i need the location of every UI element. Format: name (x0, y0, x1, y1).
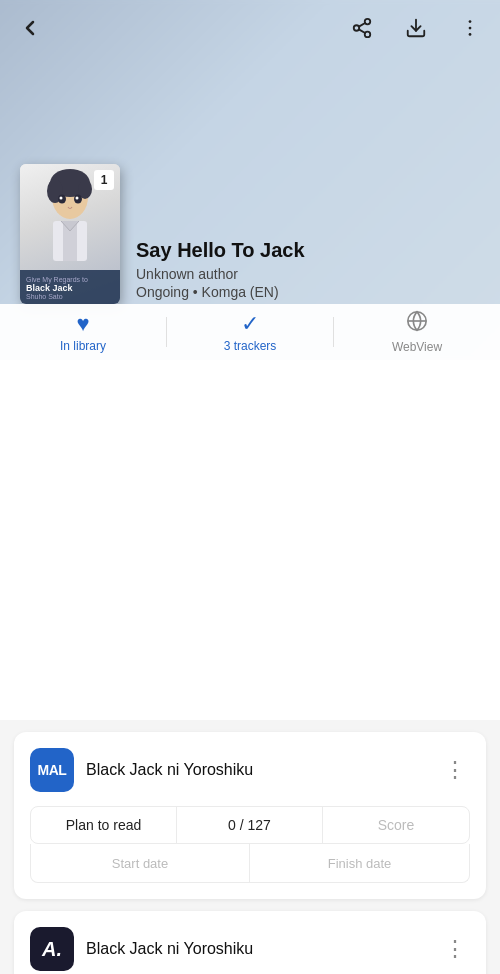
svg-point-15 (60, 197, 63, 200)
mal-tracker-name: Black Jack ni Yoroshiku (86, 761, 428, 779)
action-row: ♥ In library ✓ 3 trackers WebView (0, 304, 500, 360)
svg-point-6 (469, 20, 472, 23)
anilist-logo: A. (30, 927, 74, 971)
mal-finish-date-cell[interactable]: Finish date (250, 844, 469, 882)
mal-progress-value: 0 / 127 (185, 817, 314, 833)
tracker-header-anilist: A. Black Jack ni Yoroshiku ⋮ (30, 927, 470, 971)
mal-score-value: Score (331, 817, 461, 833)
mal-score-cell[interactable]: Score (323, 807, 469, 843)
mal-start-date-cell[interactable]: Start date (31, 844, 250, 882)
book-cover-title: Give My Regards to Black Jack Shuho Sato (20, 270, 120, 304)
tracker-card-anilist: A. Black Jack ni Yoroshiku ⋮ Plan to rea… (14, 911, 486, 974)
mal-status-value: Plan to read (39, 817, 168, 833)
book-cover: 1 Give My Regards to Black Jack Shuho Sa… (20, 164, 120, 304)
mal-logo: MAL (30, 748, 74, 792)
anilist-more-button[interactable]: ⋮ (440, 934, 470, 964)
tracker-card-mal: MAL Black Jack ni Yoroshiku ⋮ Plan to re… (14, 732, 486, 899)
book-status: Ongoing • Komga (EN) (136, 284, 480, 300)
mal-status-cell[interactable]: Plan to read (31, 807, 177, 843)
mal-start-date-label: Start date (112, 856, 168, 871)
heart-icon: ♥ (76, 311, 89, 337)
back-button[interactable] (12, 10, 48, 46)
mal-dates: Start date Finish date (30, 844, 470, 883)
svg-line-3 (359, 29, 365, 33)
top-bar (0, 0, 500, 56)
book-number: 1 (94, 170, 114, 190)
book-title: Say Hello To Jack (136, 239, 480, 262)
download-button[interactable] (398, 10, 434, 46)
in-library-label: In library (60, 339, 106, 353)
trackers-label: 3 trackers (224, 339, 277, 353)
book-info: Say Hello To Jack Unknown author Ongoing… (136, 239, 480, 304)
hero-content: 1 Give My Regards to Black Jack Shuho Sa… (0, 164, 500, 304)
globe-icon (406, 310, 428, 338)
book-author: Unknown author (136, 266, 480, 282)
svg-point-8 (469, 33, 472, 36)
mal-progress-cell[interactable]: 0 / 127 (177, 807, 323, 843)
more-button[interactable] (452, 10, 488, 46)
share-button[interactable] (344, 10, 380, 46)
svg-point-7 (469, 27, 472, 30)
svg-line-4 (359, 23, 365, 27)
in-library-button[interactable]: ♥ In library (0, 304, 166, 360)
check-icon: ✓ (241, 311, 259, 337)
webview-label: WebView (392, 340, 442, 354)
mal-finish-date-label: Finish date (328, 856, 392, 871)
trackers-button[interactable]: ✓ 3 trackers (167, 304, 333, 360)
svg-point-16 (76, 197, 79, 200)
anilist-tracker-name: Black Jack ni Yoroshiku (86, 940, 428, 958)
mal-stats: Plan to read 0 / 127 Score (30, 806, 470, 844)
trackers-section: MAL Black Jack ni Yoroshiku ⋮ Plan to re… (0, 720, 500, 974)
webview-button[interactable]: WebView (334, 304, 500, 360)
mal-more-button[interactable]: ⋮ (440, 755, 470, 785)
tracker-header-mal: MAL Black Jack ni Yoroshiku ⋮ (30, 748, 470, 792)
